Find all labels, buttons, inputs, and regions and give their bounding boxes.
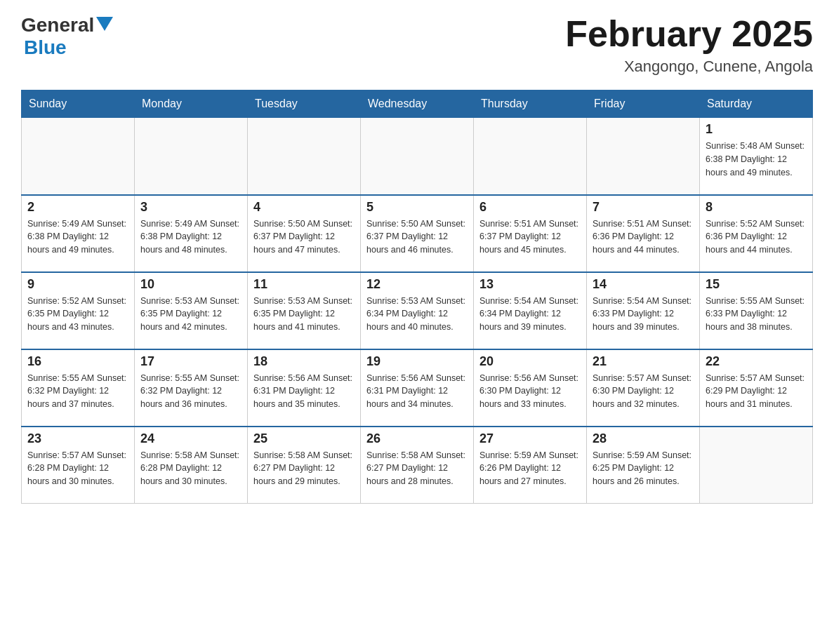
table-row: [474, 118, 587, 195]
table-row: 27Sunrise: 5:59 AM Sunset: 6:26 PM Dayli…: [474, 427, 587, 504]
table-row: 6Sunrise: 5:51 AM Sunset: 6:37 PM Daylig…: [474, 195, 587, 272]
day-number: 5: [366, 200, 468, 215]
day-number: 16: [27, 354, 128, 369]
table-row: 20Sunrise: 5:56 AM Sunset: 6:30 PM Dayli…: [474, 349, 587, 427]
table-row: 12Sunrise: 5:53 AM Sunset: 6:34 PM Dayli…: [361, 272, 474, 349]
day-info: Sunrise: 5:52 AM Sunset: 6:36 PM Dayligh…: [706, 217, 807, 257]
day-info: Sunrise: 5:49 AM Sunset: 6:38 PM Dayligh…: [140, 217, 241, 257]
day-info: Sunrise: 5:52 AM Sunset: 6:35 PM Dayligh…: [27, 295, 128, 334]
logo: General Blue: [21, 14, 113, 59]
day-info: Sunrise: 5:55 AM Sunset: 6:32 PM Dayligh…: [140, 372, 241, 411]
day-info: Sunrise: 5:49 AM Sunset: 6:38 PM Dayligh…: [27, 217, 128, 257]
calendar-week-row: 1Sunrise: 5:48 AM Sunset: 6:38 PM Daylig…: [22, 118, 813, 195]
header-sunday: Sunday: [22, 90, 135, 118]
table-row: 19Sunrise: 5:56 AM Sunset: 6:31 PM Dayli…: [361, 349, 474, 427]
day-info: Sunrise: 5:51 AM Sunset: 6:36 PM Dayligh…: [593, 217, 694, 257]
table-row: 17Sunrise: 5:55 AM Sunset: 6:32 PM Dayli…: [135, 349, 248, 427]
day-info: Sunrise: 5:57 AM Sunset: 6:28 PM Dayligh…: [27, 449, 128, 488]
logo-arrow-icon: [96, 17, 113, 31]
calendar-header-row: Sunday Monday Tuesday Wednesday Thursday…: [22, 90, 813, 118]
table-row: [700, 427, 813, 504]
header-friday: Friday: [587, 90, 700, 118]
table-row: 22Sunrise: 5:57 AM Sunset: 6:29 PM Dayli…: [700, 349, 813, 427]
day-number: 21: [593, 354, 694, 369]
day-number: 17: [140, 354, 241, 369]
day-number: 23: [27, 431, 128, 446]
location-subtitle: Xangongo, Cunene, Angola: [565, 58, 813, 76]
day-info: Sunrise: 5:58 AM Sunset: 6:27 PM Dayligh…: [366, 449, 468, 488]
calendar-week-row: 2Sunrise: 5:49 AM Sunset: 6:38 PM Daylig…: [22, 195, 813, 272]
day-info: Sunrise: 5:53 AM Sunset: 6:35 PM Dayligh…: [140, 295, 241, 334]
table-row: 11Sunrise: 5:53 AM Sunset: 6:35 PM Dayli…: [248, 272, 361, 349]
table-row: 28Sunrise: 5:59 AM Sunset: 6:25 PM Dayli…: [587, 427, 700, 504]
table-row: 16Sunrise: 5:55 AM Sunset: 6:32 PM Dayli…: [22, 349, 135, 427]
day-number: 20: [479, 354, 581, 369]
day-info: Sunrise: 5:54 AM Sunset: 6:34 PM Dayligh…: [479, 295, 581, 334]
day-number: 8: [706, 200, 807, 215]
day-info: Sunrise: 5:58 AM Sunset: 6:27 PM Dayligh…: [253, 449, 355, 488]
day-info: Sunrise: 5:56 AM Sunset: 6:31 PM Dayligh…: [366, 372, 468, 411]
header-wednesday: Wednesday: [361, 90, 474, 118]
day-number: 4: [253, 200, 355, 215]
logo-blue-text: Blue: [24, 36, 67, 58]
day-info: Sunrise: 5:56 AM Sunset: 6:30 PM Dayligh…: [479, 372, 581, 411]
table-row: [248, 118, 361, 195]
table-row: [587, 118, 700, 195]
calendar-week-row: 23Sunrise: 5:57 AM Sunset: 6:28 PM Dayli…: [22, 427, 813, 504]
day-number: 26: [366, 431, 468, 446]
day-number: 14: [593, 277, 694, 292]
table-row: 13Sunrise: 5:54 AM Sunset: 6:34 PM Dayli…: [474, 272, 587, 349]
day-info: Sunrise: 5:54 AM Sunset: 6:33 PM Dayligh…: [593, 295, 694, 334]
day-number: 19: [366, 354, 468, 369]
day-number: 12: [366, 277, 468, 292]
table-row: 8Sunrise: 5:52 AM Sunset: 6:36 PM Daylig…: [700, 195, 813, 272]
table-row: [135, 118, 248, 195]
table-row: 5Sunrise: 5:50 AM Sunset: 6:37 PM Daylig…: [361, 195, 474, 272]
title-block: February 2025 Xangongo, Cunene, Angola: [565, 14, 813, 76]
table-row: 26Sunrise: 5:58 AM Sunset: 6:27 PM Dayli…: [361, 427, 474, 504]
table-row: 4Sunrise: 5:50 AM Sunset: 6:37 PM Daylig…: [248, 195, 361, 272]
day-info: Sunrise: 5:55 AM Sunset: 6:33 PM Dayligh…: [706, 295, 807, 334]
day-number: 10: [140, 277, 241, 292]
table-row: 9Sunrise: 5:52 AM Sunset: 6:35 PM Daylig…: [22, 272, 135, 349]
table-row: 14Sunrise: 5:54 AM Sunset: 6:33 PM Dayli…: [587, 272, 700, 349]
calendar-table: Sunday Monday Tuesday Wednesday Thursday…: [21, 90, 813, 504]
table-row: 2Sunrise: 5:49 AM Sunset: 6:38 PM Daylig…: [22, 195, 135, 272]
day-number: 7: [593, 200, 694, 215]
day-info: Sunrise: 5:57 AM Sunset: 6:30 PM Dayligh…: [593, 372, 694, 411]
day-info: Sunrise: 5:51 AM Sunset: 6:37 PM Dayligh…: [479, 217, 581, 257]
table-row: 10Sunrise: 5:53 AM Sunset: 6:35 PM Dayli…: [135, 272, 248, 349]
header-thursday: Thursday: [474, 90, 587, 118]
day-info: Sunrise: 5:50 AM Sunset: 6:37 PM Dayligh…: [366, 217, 468, 257]
table-row: 3Sunrise: 5:49 AM Sunset: 6:38 PM Daylig…: [135, 195, 248, 272]
header-tuesday: Tuesday: [248, 90, 361, 118]
day-info: Sunrise: 5:55 AM Sunset: 6:32 PM Dayligh…: [27, 372, 128, 411]
table-row: 25Sunrise: 5:58 AM Sunset: 6:27 PM Dayli…: [248, 427, 361, 504]
day-info: Sunrise: 5:59 AM Sunset: 6:25 PM Dayligh…: [593, 449, 694, 488]
day-number: 15: [706, 277, 807, 292]
day-info: Sunrise: 5:57 AM Sunset: 6:29 PM Dayligh…: [706, 372, 807, 411]
day-number: 22: [706, 354, 807, 369]
month-title: February 2025: [565, 14, 813, 54]
day-number: 9: [27, 277, 128, 292]
day-number: 6: [479, 200, 581, 215]
day-info: Sunrise: 5:56 AM Sunset: 6:31 PM Dayligh…: [253, 372, 355, 411]
day-number: 28: [593, 431, 694, 446]
table-row: 24Sunrise: 5:58 AM Sunset: 6:28 PM Dayli…: [135, 427, 248, 504]
table-row: 18Sunrise: 5:56 AM Sunset: 6:31 PM Dayli…: [248, 349, 361, 427]
day-info: Sunrise: 5:50 AM Sunset: 6:37 PM Dayligh…: [253, 217, 355, 257]
table-row: 23Sunrise: 5:57 AM Sunset: 6:28 PM Dayli…: [22, 427, 135, 504]
day-number: 24: [140, 431, 241, 446]
table-row: [22, 118, 135, 195]
day-number: 1: [706, 122, 807, 137]
page-header: General Blue February 2025 Xangongo, Cun…: [21, 14, 813, 76]
day-info: Sunrise: 5:53 AM Sunset: 6:34 PM Dayligh…: [366, 295, 468, 334]
day-info: Sunrise: 5:53 AM Sunset: 6:35 PM Dayligh…: [253, 295, 355, 334]
header-saturday: Saturday: [700, 90, 813, 118]
day-number: 11: [253, 277, 355, 292]
table-row: [361, 118, 474, 195]
day-info: Sunrise: 5:58 AM Sunset: 6:28 PM Dayligh…: [140, 449, 241, 488]
day-number: 25: [253, 431, 355, 446]
day-number: 3: [140, 200, 241, 215]
table-row: 1Sunrise: 5:48 AM Sunset: 6:38 PM Daylig…: [700, 118, 813, 195]
